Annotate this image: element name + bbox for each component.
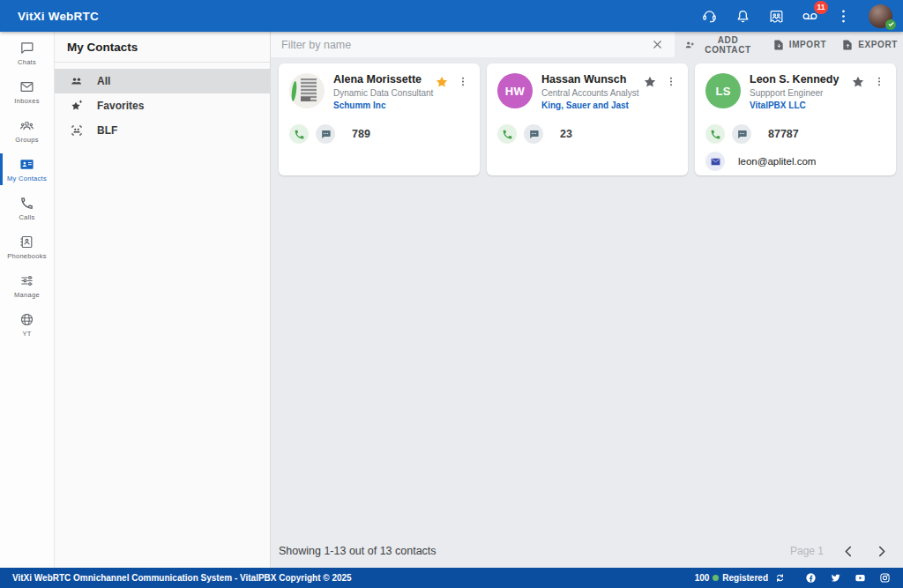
clear-filter-icon[interactable] <box>651 38 664 51</box>
import-button[interactable]: IMPORT <box>767 35 832 55</box>
filter-input[interactable] <box>281 39 651 51</box>
sidebar-item-phonebooks[interactable]: Phonebooks <box>0 227 54 266</box>
email-button[interactable] <box>705 152 725 171</box>
add-contact-button[interactable]: ADD CONTACT <box>679 32 763 58</box>
sidebar-item-chats[interactable]: Chats <box>0 33 54 72</box>
panel-item-label: BLF <box>97 124 117 137</box>
call-button[interactable] <box>497 124 517 144</box>
contact-email: leon@aplitel.com <box>738 156 816 167</box>
star-sparkle-icon <box>70 99 84 113</box>
toolbar: ADD CONTACT IMPORT EXPORT <box>271 32 903 57</box>
registered-count: 100 <box>695 573 710 583</box>
sidebar-item-manage[interactable]: Manage <box>0 266 54 305</box>
twitter-icon[interactable] <box>830 572 841 584</box>
panel-item-label: All <box>97 75 110 87</box>
tune-icon <box>19 273 34 288</box>
envelope-icon <box>19 79 34 94</box>
sidebar-item-label: Calls <box>19 213 34 221</box>
avatar-decoration <box>291 81 298 101</box>
main-content: ADD CONTACT IMPORT EXPORT <box>271 32 903 568</box>
contact-avatar <box>289 73 325 108</box>
card-menu-icon[interactable] <box>873 75 885 87</box>
contact-name: Leon S. Kennedy <box>750 73 849 86</box>
registered-dot-icon <box>713 575 719 581</box>
contacts-panel: My Contacts All Favorites BLF <box>55 32 271 568</box>
youtube-icon[interactable] <box>854 572 866 584</box>
contact-extension: 789 <box>352 128 370 140</box>
group-icon <box>70 74 84 88</box>
status-bar: VitXi WebRTC Omnichannel Communication S… <box>0 568 903 588</box>
facebook-icon[interactable] <box>805 572 817 584</box>
phonebook-icon <box>19 234 34 249</box>
voicemail-icon[interactable]: 11 <box>802 8 818 25</box>
phone-icon <box>294 129 305 140</box>
favorite-star-icon[interactable] <box>851 75 865 89</box>
sidebar-item-label: Phonebooks <box>7 252 47 260</box>
card-menu-icon[interactable] <box>457 75 469 87</box>
sidebar-item-calls[interactable]: Calls <box>0 189 54 227</box>
person-add-icon <box>684 39 695 51</box>
contact-card-icon <box>19 157 34 172</box>
globe-icon <box>19 312 34 327</box>
contact-extension: 87787 <box>768 128 799 140</box>
contact-card[interactable]: HW Hassan Wunsch Central Accounts Analys… <box>487 63 688 175</box>
results-summary: Showing 1-13 out of 13 contacts <box>279 545 437 557</box>
call-button[interactable] <box>289 124 309 144</box>
call-button[interactable] <box>705 124 725 144</box>
notifications-bell-icon[interactable] <box>735 8 751 25</box>
card-header: HW Hassan Wunsch Central Accounts Analys… <box>497 73 677 110</box>
contacts-filter-list: All Favorites BLF <box>55 69 270 143</box>
sidebar-item-label: Manage <box>14 291 40 299</box>
contact-card[interactable]: Alena Morissette Dynamic Data Consultant… <box>279 63 480 175</box>
sidebar-item-my-contacts[interactable]: My Contacts <box>0 150 54 189</box>
social-links <box>805 572 891 584</box>
card-header: Alena Morissette Dynamic Data Consultant… <box>289 73 469 110</box>
check-icon <box>887 20 895 28</box>
add-contact-label: ADD CONTACT <box>698 35 757 55</box>
sidebar-item-yt[interactable]: YT <box>0 305 54 344</box>
panel-item-all[interactable]: All <box>55 69 270 93</box>
sidebar-item-label: Inboxes <box>14 97 39 105</box>
chat-bubble-icon <box>528 129 540 140</box>
contact-name: Hassan Wunsch <box>541 73 641 86</box>
sidebar-item-groups[interactable]: Groups <box>0 111 54 150</box>
contact-company-link[interactable]: King, Sauer and Jast <box>541 100 641 110</box>
contact-job-title: Central Accounts Analyst <box>541 88 641 98</box>
prev-page-icon[interactable] <box>841 544 856 559</box>
extension-row: 789 <box>289 124 469 144</box>
favorite-star-icon[interactable] <box>643 75 657 89</box>
contact-card[interactable]: LS Leon S. Kennedy Suppport Engineer Vit… <box>695 63 896 175</box>
registered-status: 100 Registered <box>695 573 768 583</box>
meeting-rooms-icon[interactable] <box>768 8 785 25</box>
sync-icon[interactable] <box>774 572 786 584</box>
extension-row: 23 <box>497 124 677 144</box>
app-title: VitXi WebRTC <box>18 10 99 23</box>
contact-company-link[interactable]: Schumm Inc <box>333 100 433 110</box>
support-agent-icon[interactable] <box>701 8 718 25</box>
instagram-icon[interactable] <box>879 572 891 584</box>
next-page-icon[interactable] <box>874 544 889 559</box>
chat-button[interactable] <box>524 124 543 144</box>
panel-item-label: Favorites <box>97 100 144 112</box>
groups-icon <box>19 118 34 133</box>
export-button[interactable]: EXPORT <box>836 35 903 55</box>
chat-button[interactable] <box>732 124 751 144</box>
sidebar-item-inboxes[interactable]: Inboxes <box>0 72 54 111</box>
pagination-bar: Showing 1-13 out of 13 contacts Page 1 <box>271 534 903 568</box>
panel-item-favorites[interactable]: Favorites <box>55 93 270 118</box>
voicemail-badge: 11 <box>814 1 828 14</box>
kebab-menu-icon[interactable] <box>835 8 852 25</box>
chat-button[interactable] <box>316 124 335 144</box>
card-menu-icon[interactable] <box>665 75 677 87</box>
avatar-decoration <box>301 97 310 101</box>
card-actions <box>851 73 885 110</box>
contact-info: Hassan Wunsch Central Accounts Analyst K… <box>541 73 641 110</box>
panel-item-blf[interactable]: BLF <box>55 118 270 143</box>
envelope-icon <box>710 156 721 167</box>
user-avatar[interactable] <box>869 4 892 28</box>
chat-bubble-icon <box>320 129 332 140</box>
status-bar-right: 100 Registered <box>695 572 891 584</box>
blf-icon <box>70 123 84 138</box>
contact-company-link[interactable]: VitalPBX LLC <box>750 100 849 110</box>
favorite-star-icon[interactable] <box>435 75 449 89</box>
